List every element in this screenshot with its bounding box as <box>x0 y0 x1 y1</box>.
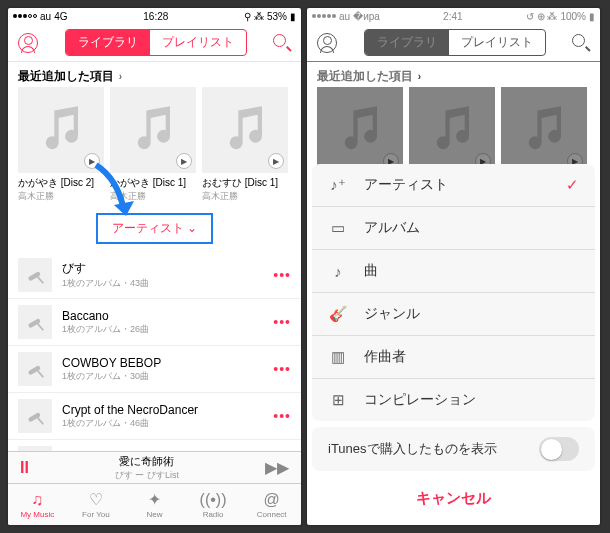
album-art: ▶ <box>501 87 587 173</box>
pause-icon[interactable]: II <box>20 459 29 477</box>
sheet-option-album[interactable]: ▭アルバム <box>312 207 595 250</box>
artist-thumb <box>18 258 52 292</box>
now-playing-bar[interactable]: II 愛に奇師術 びす ー びすList ▶▶ <box>8 451 301 483</box>
more-icon[interactable]: ••• <box>273 314 291 330</box>
battery-label: 53% <box>267 11 287 22</box>
album-artist: 高木正勝 <box>18 190 104 203</box>
sort-filter-button[interactable]: アーティスト ⌄ <box>96 213 213 244</box>
forward-icon[interactable]: ▶▶ <box>265 458 289 477</box>
tab-label: My Music <box>20 510 54 519</box>
tabbar-new[interactable]: ✦New <box>125 484 184 525</box>
sheet-option-keyboard[interactable]: ▥作曲者 <box>312 336 595 379</box>
nav-bar: ライブラリ プレイリスト <box>307 24 600 62</box>
svg-rect-2 <box>28 318 41 328</box>
album-artist: 高木正勝 <box>202 190 288 203</box>
profile-icon <box>317 33 337 53</box>
itunes-purchased-toggle-row[interactable]: iTunesで購入したものを表示 <box>312 427 595 471</box>
tab-playlists: プレイリスト <box>449 30 545 55</box>
svg-rect-0 <box>28 271 41 281</box>
artist-row[interactable]: Baccano1枚のアルバム・26曲••• <box>8 299 301 346</box>
play-badge-icon[interactable]: ▶ <box>268 153 284 169</box>
artist-row[interactable]: びす1枚のアルバム・43曲••• <box>8 252 301 299</box>
carrier-label: au <box>339 11 350 22</box>
battery-icon: ▮ <box>290 11 296 22</box>
tabbar-connect[interactable]: @Connect <box>242 484 301 525</box>
toggle-switch[interactable] <box>539 437 579 461</box>
cancel-button[interactable]: キャンセル <box>312 477 595 520</box>
option-label: コンピレーション <box>364 391 579 409</box>
album-art: ▶ <box>110 87 196 173</box>
tabbar-radio[interactable]: ((•))Radio <box>184 484 243 525</box>
wifi-icon: �ира <box>353 11 380 22</box>
profile-icon[interactable] <box>18 33 38 53</box>
album-art: ▶ <box>317 87 403 173</box>
tab-label: For You <box>82 510 110 519</box>
artist-name: COWBOY BEBOP <box>62 356 263 370</box>
artist-name: Baccano <box>62 309 263 323</box>
more-icon[interactable]: ••• <box>273 361 291 377</box>
artist-name: びす <box>62 260 263 277</box>
tab-icon: ♫ <box>31 491 43 509</box>
network-label: 4G <box>54 11 67 22</box>
album-item[interactable]: ▶かがやき [Disc 1]高木正勝 <box>110 87 196 203</box>
more-icon[interactable]: ••• <box>273 267 291 283</box>
search-icon[interactable] <box>273 34 291 52</box>
tab-playlists[interactable]: プレイリスト <box>150 30 246 55</box>
tab-icon: ✦ <box>148 491 161 509</box>
status-bar: au 4G 16:28 ⚲ ⁂ 53% ▮ <box>8 8 301 24</box>
signal-dots-icon <box>13 14 37 18</box>
tab-icon: ♡ <box>89 491 103 509</box>
recent-albums-row[interactable]: ▶かがやき [Disc 2]高木正勝▶かがやき [Disc 1]高木正勝▶おむす… <box>8 87 301 209</box>
svg-line-1 <box>38 277 44 283</box>
tabbar-my-music[interactable]: ♫My Music <box>8 484 67 525</box>
more-icon[interactable]: ••• <box>273 408 291 424</box>
tab-segmented-control[interactable]: ライブラリ プレイリスト <box>65 29 247 56</box>
tab-label: Radio <box>203 510 224 519</box>
now-playing-title: 愛に奇師術 <box>43 454 251 469</box>
sheet-option-note[interactable]: ♪曲 <box>312 250 595 293</box>
option-label: 作曲者 <box>364 348 579 366</box>
tab-library[interactable]: ライブラリ <box>66 30 150 55</box>
sheet-option-grid[interactable]: ⊞コンピレーション <box>312 379 595 421</box>
clock: 16:28 <box>143 11 168 22</box>
album-art: ▶ <box>202 87 288 173</box>
artist-sub: 1枚のアルバム・43曲 <box>62 277 263 290</box>
svg-rect-4 <box>28 365 41 375</box>
battery-icon: ▮ <box>589 11 595 22</box>
svg-line-7 <box>38 418 44 424</box>
tabbar-for-you[interactable]: ♡For You <box>67 484 126 525</box>
sheet-option-artist[interactable]: ♪⁺アーティスト✓ <box>312 164 595 207</box>
artist-list[interactable]: びす1枚のアルバム・43曲•••Baccano1枚のアルバム・26曲•••COW… <box>8 252 301 451</box>
action-sheet: ♪⁺アーティスト✓▭アルバム♪曲🎸ジャンル▥作曲者⊞コンピレーション iTune… <box>312 164 595 520</box>
chevron-right-icon: › <box>415 71 421 82</box>
svg-line-3 <box>38 324 44 330</box>
battery-label: 100% <box>560 11 586 22</box>
artist-row[interactable]: COWBOY BEBOP1枚のアルバム・30曲••• <box>8 346 301 393</box>
artist-row[interactable]: Crypt of the NecroDancer1枚のアルバム・46曲••• <box>8 393 301 440</box>
album-item[interactable]: ▶かがやき [Disc 2]高木正勝 <box>18 87 104 203</box>
indicators-icon: ↺ ⊕ ⁂ <box>526 11 558 22</box>
play-badge-icon[interactable]: ▶ <box>176 153 192 169</box>
album-art: ▶ <box>409 87 495 173</box>
sheet-option-guitar[interactable]: 🎸ジャンル <box>312 293 595 336</box>
tab-label: New <box>146 510 162 519</box>
tab-library: ライブラリ <box>365 30 449 55</box>
option-label: アーティスト <box>364 176 550 194</box>
play-badge-icon[interactable]: ▶ <box>84 153 100 169</box>
artist-row[interactable]: Galileo Galilei••• <box>8 440 301 451</box>
phone-right: au �ира 2:41 ↺ ⊕ ⁂ 100% ▮ ライブラリ プレイリスト <box>307 8 600 525</box>
artist-thumb <box>18 399 52 433</box>
option-label: ジャンル <box>364 305 579 323</box>
svg-line-5 <box>38 371 44 377</box>
option-label: アルバム <box>364 219 579 237</box>
album-item[interactable]: ▶おむすひ [Disc 1]高木正勝 <box>202 87 288 203</box>
album-title: かがやき [Disc 1] <box>110 176 196 190</box>
now-playing-artist: びす ー びすList <box>43 469 251 482</box>
artist-icon: ♪⁺ <box>328 176 348 194</box>
toggle-label: iTunesで購入したものを表示 <box>328 440 497 458</box>
tab-icon: ((•)) <box>200 491 227 509</box>
recently-added-header[interactable]: 最近追加した項目 › <box>8 62 301 87</box>
artist-sub: 1枚のアルバム・26曲 <box>62 323 263 336</box>
guitar-icon: 🎸 <box>328 305 348 323</box>
chevron-down-icon: ⌄ <box>184 221 197 235</box>
